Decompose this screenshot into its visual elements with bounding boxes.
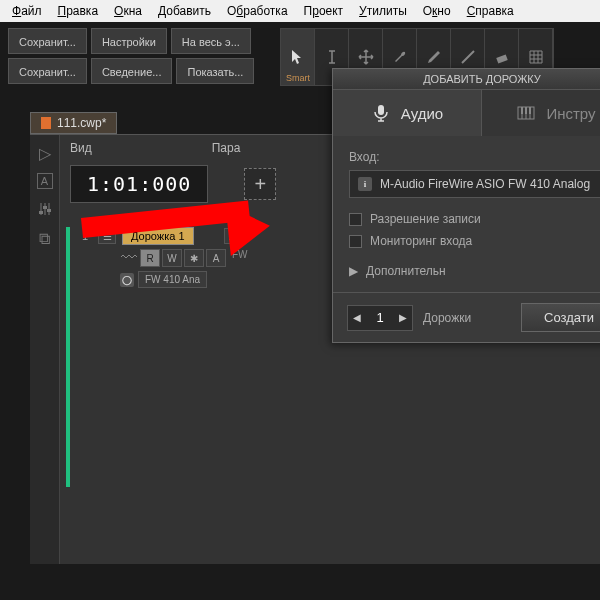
piano-icon [516, 103, 536, 123]
fw-indicator: FW [232, 249, 248, 267]
cursor-icon [290, 49, 306, 65]
svg-rect-7 [525, 107, 527, 114]
show-button[interactable]: Показать... [176, 58, 254, 84]
menu-help[interactable]: Справка [459, 2, 522, 20]
mixdown-button[interactable]: Сведение... [91, 58, 173, 84]
menu-project[interactable]: Проект [296, 2, 352, 20]
track-number: 1 [78, 230, 92, 242]
grid-icon [528, 49, 544, 65]
archive-button[interactable]: A [206, 249, 226, 267]
input-monitor-label: Мониторинг входа [370, 234, 472, 248]
smart-tool[interactable]: Smart [281, 29, 315, 85]
count-increment[interactable]: ▶ [394, 306, 412, 330]
chevron-right-icon: ▶ [349, 264, 358, 278]
audio-tab[interactable]: Аудио [333, 90, 482, 136]
svg-rect-0 [496, 54, 507, 63]
svg-rect-6 [521, 107, 523, 114]
menu-process[interactable]: Обработка [219, 2, 296, 20]
svg-rect-3 [47, 209, 51, 212]
output-label[interactable]: FW 410 Ana [138, 271, 207, 288]
add-track-dialog: ДОБАВИТЬ ДОРОЖКУ Аудио Инстру Вход: i M-… [332, 68, 600, 343]
menu-utilities[interactable]: Утилиты [351, 2, 415, 20]
menu-window[interactable]: Окно [415, 2, 459, 20]
pencil-icon [426, 49, 442, 65]
instrument-tab-label: Инстру [546, 105, 595, 122]
input-dropdown[interactable]: i M-Audio FireWire ASIO FW 410 Analog [349, 170, 600, 198]
save-button-2[interactable]: Сохранит... [8, 58, 87, 84]
dialog-title: ДОБАВИТЬ ДОРОЖКУ [333, 69, 600, 90]
record-enable-checkbox[interactable] [349, 213, 362, 226]
document-title: 111.cwp* [57, 116, 106, 130]
eraser-icon [494, 49, 510, 65]
read-button[interactable]: R [140, 249, 160, 267]
track-name-field[interactable]: Дорожка 1 [122, 227, 194, 245]
save-button-1[interactable]: Сохранит... [8, 28, 87, 54]
left-rail: ▷ A ⧉ [30, 135, 60, 564]
advanced-expander[interactable]: ▶ Дополнительн [349, 264, 600, 278]
time-display[interactable]: 1:01:000 [70, 165, 208, 203]
record-enable-label: Разрешение записи [370, 212, 481, 226]
freeze-button[interactable]: ✱ [184, 249, 204, 267]
rail-fader-icon[interactable] [35, 199, 55, 219]
tracks-label: Дорожки [423, 311, 471, 325]
fullscreen-button[interactable]: На весь э... [171, 28, 251, 54]
svg-rect-4 [378, 105, 384, 115]
input-label: Вход: [349, 150, 600, 164]
create-button[interactable]: Создати [521, 303, 600, 332]
menu-add[interactable]: Добавить [150, 2, 219, 20]
count-decrement[interactable]: ◀ [348, 306, 366, 330]
ibeam-icon [324, 49, 340, 65]
menubar: Файл Правка Окна Добавить Обработка Прое… [0, 0, 600, 22]
rail-play-icon[interactable]: ▷ [35, 143, 55, 163]
view-label[interactable]: Вид [70, 141, 92, 155]
track-count-spinner: ◀ 1 ▶ [347, 305, 413, 331]
instrument-tab[interactable]: Инстру [482, 90, 600, 136]
count-value[interactable]: 1 [366, 310, 394, 325]
move-icon [358, 49, 374, 65]
add-track-plus-button[interactable]: + [244, 168, 276, 200]
info-icon: i [358, 177, 372, 191]
document-tab[interactable]: 111.cwp* [30, 112, 117, 134]
svg-rect-1 [39, 211, 43, 214]
line-icon [460, 49, 476, 65]
track-settings-icon[interactable]: ☰ [98, 228, 116, 244]
audio-tab-label: Аудио [401, 105, 443, 122]
write-button[interactable]: W [162, 249, 182, 267]
input-value: M-Audio FireWire ASIO FW 410 Analog [380, 177, 590, 191]
svg-rect-2 [43, 206, 47, 209]
menu-windows[interactable]: Окна [106, 2, 150, 20]
rail-a-icon[interactable]: A [37, 173, 53, 189]
menu-file[interactable]: Файл [4, 2, 50, 20]
params-label[interactable]: Пара [212, 141, 241, 155]
advanced-label: Дополнительн [366, 264, 446, 278]
menu-edit[interactable]: Правка [50, 2, 107, 20]
settings-button[interactable]: Настройки [91, 28, 167, 54]
rail-link-icon[interactable]: ⧉ [35, 229, 55, 249]
input-monitor-checkbox[interactable] [349, 235, 362, 248]
mute-button[interactable]: M [224, 228, 242, 244]
wrench-icon [392, 49, 408, 65]
output-info-icon[interactable]: ◯ [120, 273, 134, 287]
microphone-icon [371, 103, 391, 123]
svg-rect-8 [529, 107, 531, 114]
document-icon [41, 117, 51, 129]
smart-tool-label: Smart [286, 73, 310, 83]
